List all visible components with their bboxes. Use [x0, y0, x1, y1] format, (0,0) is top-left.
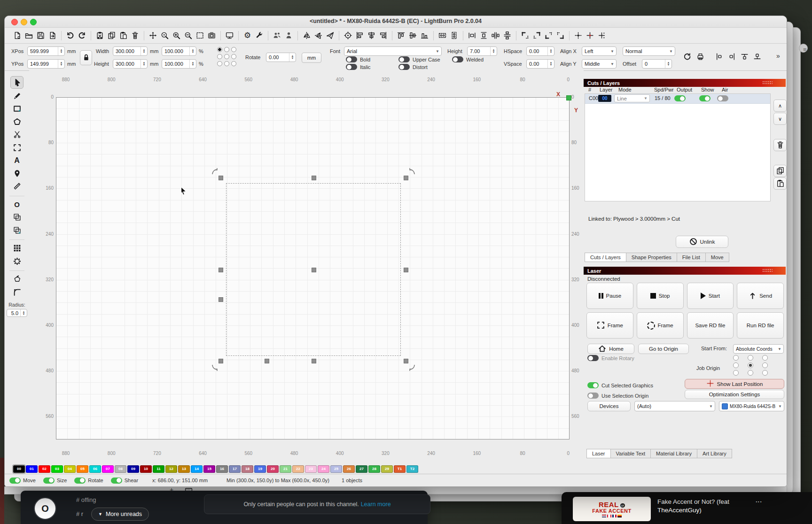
palette-chip-20[interactable]: 20	[267, 465, 279, 473]
devices-button[interactable]: Devices	[587, 401, 631, 411]
palette-chip-25[interactable]: 25	[330, 465, 342, 473]
align-center-icon[interactable]	[366, 30, 377, 41]
tab-art-library[interactable]: Art Library	[697, 449, 732, 458]
palette-chip-26[interactable]: 26	[343, 465, 355, 473]
stepper[interactable]: ▲▼	[547, 60, 554, 68]
position-target-icon[interactable]	[342, 30, 354, 41]
stepper[interactable]: ▲▼	[141, 47, 147, 55]
reference-point-selector[interactable]	[217, 47, 237, 67]
measure-tool[interactable]	[11, 180, 23, 192]
palette-chip-02[interactable]: 02	[39, 465, 50, 473]
shear-toggle[interactable]: Shear	[111, 478, 138, 484]
palette-chip-08[interactable]: 08	[115, 465, 126, 473]
group-icon[interactable]	[271, 30, 283, 41]
handle-left-extra[interactable]	[219, 297, 223, 302]
palette-chip-T1[interactable]: T1	[394, 465, 406, 473]
undo-icon[interactable]	[64, 30, 76, 41]
handle-center[interactable]	[312, 268, 316, 272]
width-pct-field[interactable]: 100.000▲▼	[162, 46, 196, 56]
show-last-position-button[interactable]: Show Last Position	[685, 379, 784, 389]
zoom-in-icon[interactable]	[171, 30, 182, 41]
handle-bottom-center[interactable]	[312, 359, 316, 363]
push-vertical-icon[interactable]	[501, 30, 513, 41]
selection-box[interactable]	[226, 183, 401, 356]
layer-move-up-button[interactable]: ∧	[773, 100, 787, 112]
stepper[interactable]: ▲▼	[490, 47, 497, 55]
select-tool[interactable]	[10, 76, 23, 89]
palette-chip-10[interactable]: 10	[140, 465, 152, 473]
youtube-window[interactable]: REAL or FAKE ACCENT Fake Accent or Not? …	[562, 492, 812, 524]
handle-middle-left[interactable]	[219, 268, 223, 272]
stepper[interactable]: ▲▼	[189, 47, 196, 55]
handle-bottom-left[interactable]	[219, 359, 223, 363]
start-from-combo[interactable]: Absolute Coords▼	[733, 344, 784, 354]
cut-icon[interactable]	[94, 30, 106, 41]
slack-window[interactable]: O # offing # r ▼ More unreads Only certa…	[21, 491, 428, 524]
new-file-icon[interactable]	[11, 30, 23, 41]
go-to-origin-button[interactable]: Go to Origin	[638, 344, 689, 354]
rotate-handle-bottom-left[interactable]	[211, 363, 219, 371]
move-to-center-icon[interactable]	[572, 30, 584, 41]
stepper[interactable]: ▲▼	[58, 47, 64, 55]
drag-grip[interactable]	[762, 269, 773, 273]
tab-shape-properties[interactable]: Shape Properties	[626, 253, 677, 262]
palette-chip-15[interactable]: 15	[203, 465, 215, 473]
rotate-handle-bottom-right[interactable]	[408, 363, 416, 371]
mirror-across-line-icon[interactable]	[324, 30, 336, 41]
frame-rect-button[interactable]: Frame	[586, 312, 633, 339]
align-bottom-icon[interactable]	[419, 30, 430, 41]
palette-chip-01[interactable]: 01	[26, 465, 38, 473]
space-horizontal-icon[interactable]	[466, 30, 478, 41]
ellipse-tool[interactable]: O	[11, 199, 23, 210]
tab-laser[interactable]: Laser	[586, 449, 611, 458]
text-style-combo[interactable]: Normal▼	[623, 46, 675, 56]
handle-top-left[interactable]	[219, 176, 223, 180]
palette-chip-19[interactable]: 19	[254, 465, 266, 473]
align-top-icon[interactable]	[395, 30, 407, 41]
dock-top-icon[interactable]	[739, 51, 750, 62]
print-icon[interactable]	[695, 51, 706, 62]
align-middle-icon[interactable]	[407, 30, 419, 41]
unlink-button[interactable]: Unlink	[676, 236, 728, 248]
kebab-menu-icon[interactable]: ⋮	[755, 499, 763, 506]
layer-paste-button[interactable]	[773, 177, 787, 190]
placement-pin-tool[interactable]	[11, 168, 23, 179]
palette-chip-24[interactable]: 24	[318, 465, 329, 473]
layer-copy-button[interactable]	[773, 165, 787, 177]
distribute-horizontal-icon[interactable]	[437, 30, 448, 41]
align-left-icon[interactable]	[354, 30, 366, 41]
push-horizontal-icon[interactable]	[490, 30, 501, 41]
settings-icon[interactable]: ⚙	[242, 30, 253, 41]
move-to-lower-right-icon[interactable]	[554, 30, 566, 41]
palette-chip-28[interactable]: 28	[368, 465, 380, 473]
dock-bottom-icon[interactable]	[751, 51, 763, 62]
stop-button[interactable]: Stop	[637, 283, 684, 309]
distort-toggle[interactable]: Distort	[398, 64, 428, 70]
palette-chip-18[interactable]: 18	[242, 465, 253, 473]
aligny-combo[interactable]: Middle▼	[582, 59, 617, 69]
preview-icon[interactable]	[224, 30, 235, 41]
height-pct-field[interactable]: 100.000▲▼	[162, 59, 196, 69]
rotate-handle-top-right[interactable]	[408, 168, 416, 176]
palette-chip-13[interactable]: 13	[178, 465, 190, 473]
handle-top-center[interactable]	[312, 176, 316, 180]
palette-chip-27[interactable]: 27	[356, 465, 367, 473]
align-right-icon[interactable]	[377, 30, 389, 41]
workspace[interactable]	[56, 97, 570, 439]
rotate-field[interactable]: 0.00▲▼	[266, 53, 296, 62]
layer-move-down-button[interactable]: ∨	[773, 113, 787, 125]
pan-icon[interactable]	[147, 30, 159, 41]
slack-more-unreads-button[interactable]: ▼ More unreads	[91, 508, 149, 521]
device-settings-icon[interactable]	[253, 30, 265, 41]
height-field[interactable]: 300.000▲▼	[113, 59, 148, 69]
tab-material-library[interactable]: Material Library	[651, 449, 697, 458]
text-tool[interactable]: A	[11, 154, 23, 166]
alignx-combo[interactable]: Left▼	[582, 46, 617, 56]
slack-channel-2[interactable]: # r	[76, 510, 83, 517]
font-height-field[interactable]: 7.00▲▼	[467, 46, 497, 56]
uppercase-toggle[interactable]: Upper Case	[398, 56, 440, 62]
distribute-vertical-icon[interactable]	[448, 30, 460, 41]
slack-learn-more-link[interactable]: Learn more	[361, 501, 391, 508]
xpos-field[interactable]: 599.999▲▼	[27, 46, 65, 56]
save-rd-button[interactable]: Save RD file	[687, 312, 734, 339]
